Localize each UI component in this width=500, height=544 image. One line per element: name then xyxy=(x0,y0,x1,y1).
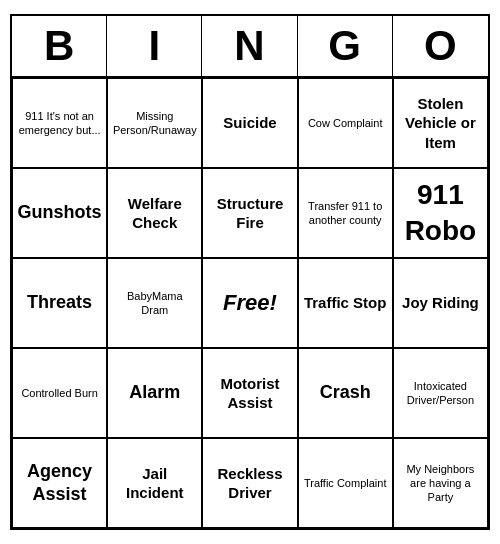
bingo-cell-5[interactable]: Gunshots xyxy=(12,168,107,258)
bingo-cell-1[interactable]: Missing Person/Runaway xyxy=(107,78,202,168)
header-letter-b: B xyxy=(12,16,107,76)
bingo-grid: 911 It's not an emergency but...Missing … xyxy=(12,78,488,528)
header-letter-g: G xyxy=(298,16,393,76)
bingo-cell-8[interactable]: Transfer 911 to another county xyxy=(298,168,393,258)
bingo-cell-3[interactable]: Cow Complaint xyxy=(298,78,393,168)
bingo-cell-4[interactable]: Stolen Vehicle or Item xyxy=(393,78,488,168)
bingo-cell-22[interactable]: Reckless Driver xyxy=(202,438,297,528)
bingo-cell-24[interactable]: My Neighbors are having a Party xyxy=(393,438,488,528)
header-letter-i: I xyxy=(107,16,202,76)
header-letter-o: O xyxy=(393,16,488,76)
bingo-cell-23[interactable]: Traffic Complaint xyxy=(298,438,393,528)
bingo-cell-10[interactable]: Threats xyxy=(12,258,107,348)
bingo-card: BINGO 911 It's not an emergency but...Mi… xyxy=(10,14,490,530)
bingo-cell-0[interactable]: 911 It's not an emergency but... xyxy=(12,78,107,168)
bingo-cell-15[interactable]: Controlled Burn xyxy=(12,348,107,438)
bingo-cell-11[interactable]: BabyMama Dram xyxy=(107,258,202,348)
bingo-cell-13[interactable]: Traffic Stop xyxy=(298,258,393,348)
header-letter-n: N xyxy=(202,16,297,76)
bingo-cell-6[interactable]: Welfare Check xyxy=(107,168,202,258)
bingo-cell-9[interactable]: 911 Robo xyxy=(393,168,488,258)
bingo-cell-17[interactable]: Motorist Assist xyxy=(202,348,297,438)
bingo-cell-7[interactable]: Structure Fire xyxy=(202,168,297,258)
bingo-header: BINGO xyxy=(12,16,488,78)
bingo-cell-16[interactable]: Alarm xyxy=(107,348,202,438)
bingo-cell-14[interactable]: Joy Riding xyxy=(393,258,488,348)
bingo-cell-20[interactable]: Agency Assist xyxy=(12,438,107,528)
bingo-cell-19[interactable]: Intoxicated Driver/Person xyxy=(393,348,488,438)
bingo-cell-2[interactable]: Suicide xyxy=(202,78,297,168)
bingo-cell-18[interactable]: Crash xyxy=(298,348,393,438)
bingo-cell-12[interactable]: Free! xyxy=(202,258,297,348)
bingo-cell-21[interactable]: Jail Incident xyxy=(107,438,202,528)
